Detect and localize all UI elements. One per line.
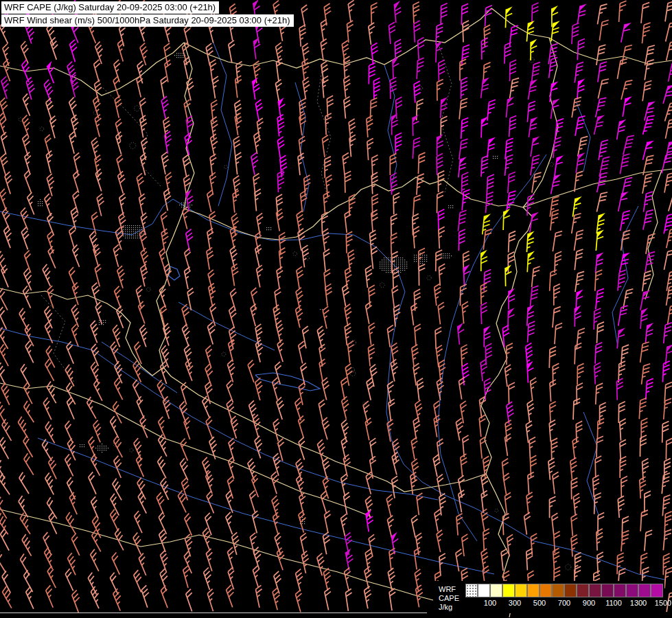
legend-box <box>638 584 651 597</box>
legend-box <box>651 584 663 597</box>
legend-title-line-3: J/kg <box>439 603 459 612</box>
cape-legend: WRF CAPE J/kg 10030050070090011001300150… <box>433 581 664 613</box>
title-wind-shear: WRF Wind shear (m/s) 500/1000hPa Saturda… <box>1 14 294 27</box>
legend-box <box>502 584 515 597</box>
legend-color-scale: 100300500700900110013001500 <box>465 584 663 608</box>
legend-box <box>540 584 552 597</box>
legend-label: 700 <box>558 599 570 607</box>
legend-label: 500 <box>533 599 546 607</box>
legend-box <box>577 584 589 597</box>
legend-title-line-1: WRF <box>439 585 459 594</box>
legend-box <box>589 584 601 597</box>
map-titles: WRF CAPE (J/kg) Saturday 20-09-2025 03:0… <box>1 1 294 27</box>
legend-box <box>490 584 502 597</box>
legend-label: 300 <box>509 599 521 607</box>
legend-box <box>478 584 490 597</box>
legend-label: 1300 <box>630 599 647 607</box>
legend-labels: 100300500700900110013001500 <box>465 599 663 608</box>
legend-box <box>601 584 614 597</box>
legend-box <box>614 584 626 597</box>
legend-label: 1100 <box>605 599 622 607</box>
legend-box <box>465 584 478 597</box>
legend-box <box>626 584 638 597</box>
legend-box <box>552 584 564 597</box>
legend-label: 100 <box>484 599 496 607</box>
legend-box <box>564 584 577 597</box>
legend-box <box>527 584 540 597</box>
map-canvas <box>0 0 672 618</box>
weather-map-stage: WRF CAPE (J/kg) Saturday 20-09-2025 03:0… <box>0 0 672 618</box>
title-cape: WRF CAPE (J/kg) Saturday 20-09-2025 03:0… <box>1 1 219 14</box>
legend-title-line-2: CAPE <box>439 594 459 603</box>
legend-label: 1500 <box>655 599 671 607</box>
legend-boxes <box>465 584 663 597</box>
map-frame-line <box>0 613 427 613</box>
legend-box <box>515 584 527 597</box>
legend-label: 900 <box>583 599 595 607</box>
legend-title: WRF CAPE J/kg <box>439 584 459 612</box>
